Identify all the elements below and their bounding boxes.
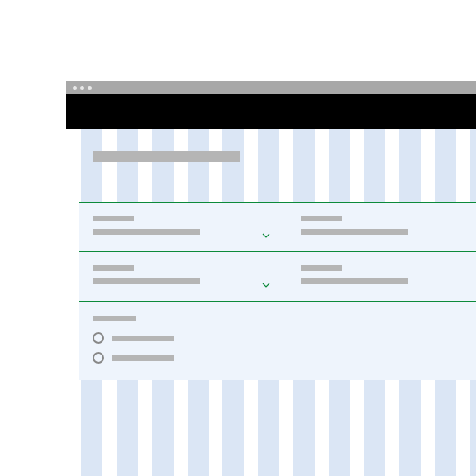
grid-line: [288, 202, 288, 301]
radio-option-2[interactable]: [93, 352, 174, 364]
field-value: [301, 278, 408, 284]
browser-window: [66, 81, 476, 476]
form-field-3[interactable]: [93, 265, 200, 284]
window-control-maximize[interactable]: [88, 86, 92, 90]
field-label: [93, 216, 134, 221]
page-title: [93, 151, 240, 162]
form-field-1[interactable]: [93, 216, 200, 235]
field-value: [93, 229, 200, 235]
radio-group-title: [93, 316, 136, 321]
content-area: [66, 129, 476, 476]
app-header: [66, 94, 476, 129]
form-panel: [79, 202, 476, 380]
field-label: [93, 265, 134, 271]
radio-icon: [93, 332, 104, 344]
form-field-2[interactable]: [301, 216, 408, 235]
chevron-down-icon[interactable]: [262, 231, 270, 240]
grid-line: [79, 202, 476, 203]
field-label: [301, 216, 342, 221]
window-control-close[interactable]: [73, 86, 77, 90]
field-label: [301, 265, 342, 271]
window-control-minimize[interactable]: [80, 86, 84, 90]
radio-group: [93, 316, 174, 372]
radio-label: [112, 336, 174, 341]
form-field-4[interactable]: [301, 265, 408, 284]
field-value: [93, 278, 200, 284]
field-value: [301, 229, 408, 235]
radio-label: [112, 355, 174, 361]
grid-line: [79, 251, 476, 252]
radio-icon: [93, 352, 104, 364]
grid-line: [79, 301, 476, 302]
radio-option-1[interactable]: [93, 332, 174, 344]
window-titlebar: [66, 81, 476, 94]
chevron-down-icon[interactable]: [262, 281, 270, 289]
